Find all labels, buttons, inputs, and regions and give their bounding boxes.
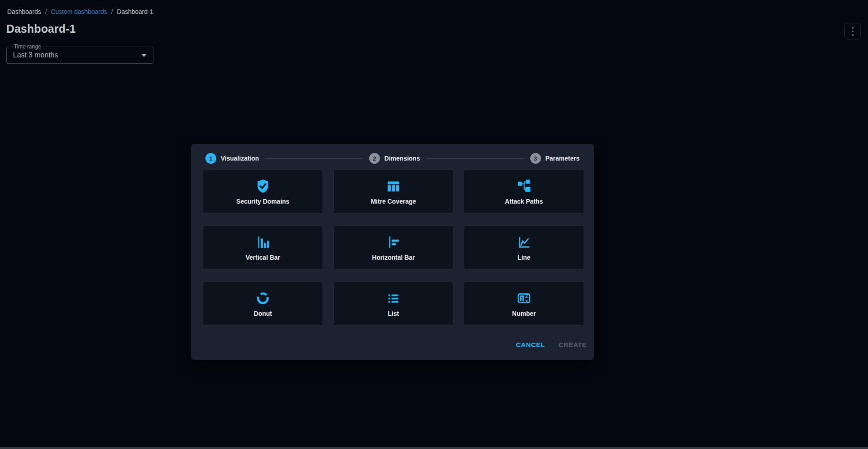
time-range-select[interactable]: Time range Last 3 months [6,47,153,64]
wizard-stepper: 1 Visualization 2 Dimensions 3 Parameter… [205,153,580,164]
tile-label: Security Domains [236,198,289,205]
create-button[interactable]: CREATE [558,341,587,349]
tile-label: Donut [254,310,272,317]
tile-label: Attack Paths [505,198,543,205]
tile-label: Vertical Bar [245,254,280,261]
shield-check-icon [255,179,270,194]
svg-text:3: 3 [525,299,528,304]
tile-label: Horizontal Bar [372,254,415,261]
breadcrumb-separator: / [111,8,113,15]
breadcrumb-item-custom-dashboards[interactable]: Custom dashboards [51,8,107,15]
page-title: Dashboard-1 [6,22,76,35]
tile-list[interactable]: List [333,282,454,326]
kebab-vertical-icon [852,27,854,36]
time-range-label: Time range [12,44,43,50]
svg-text:2: 2 [525,293,528,299]
time-range-value: Last 3 months [13,51,141,59]
step-number-badge: 1 [205,153,216,164]
line-chart-icon [516,235,532,250]
breadcrumb-item-current: Dashboard-1 [117,8,153,15]
tile-line[interactable]: Line [464,226,584,270]
horizontal-bar-chart-icon [386,235,401,250]
step-number-badge: 3 [530,153,541,164]
cancel-button[interactable]: CANCEL [516,341,545,349]
create-widget-modal: 1 Visualization 2 Dimensions 3 Parameter… [191,144,594,360]
tile-label: Line [518,254,531,261]
step-parameters[interactable]: 3 Parameters [530,153,580,164]
step-visualization[interactable]: 1 Visualization [205,153,259,164]
horizontal-scrollbar[interactable] [0,447,868,449]
dashboard-menu-button[interactable] [844,23,861,39]
tile-label: Number [512,310,536,317]
tile-label: Mitre Coverage [371,198,416,205]
tile-horizontal-bar[interactable]: Horizontal Bar [333,226,454,270]
tile-label: List [388,310,399,317]
step-connector [426,158,524,159]
tile-attack-paths[interactable]: Attack Paths [464,170,584,214]
step-label: Visualization [221,155,259,162]
modal-footer: CANCEL CREATE [516,341,587,349]
step-label: Parameters [545,155,580,162]
vertical-bar-chart-icon [255,235,270,250]
donut-chart-icon [255,291,270,306]
table-columns-icon [386,179,401,194]
breadcrumb-separator: / [45,8,47,15]
step-label: Dimensions [384,155,420,162]
tile-mitre-coverage[interactable]: Mitre Coverage [333,170,454,214]
visualization-tile-grid: Security Domains Mitre Coverage Attack P… [203,170,584,326]
step-dimensions[interactable]: 2 Dimensions [369,153,420,164]
step-connector [265,158,363,159]
tile-security-domains[interactable]: Security Domains [203,170,323,214]
number-icon: 1 2 3 [516,291,532,306]
tile-vertical-bar[interactable]: Vertical Bar [203,226,323,270]
schema-icon [516,179,532,194]
svg-text:1: 1 [520,295,523,301]
breadcrumb-item-dashboards[interactable]: Dashboards [7,8,41,15]
step-number-badge: 2 [369,153,380,164]
tile-number[interactable]: 1 2 3 Number [464,282,584,326]
tile-donut[interactable]: Donut [203,282,323,326]
list-icon [386,291,401,306]
breadcrumb: Dashboards / Custom dashboards / Dashboa… [7,8,153,15]
chevron-down-icon [141,54,147,57]
